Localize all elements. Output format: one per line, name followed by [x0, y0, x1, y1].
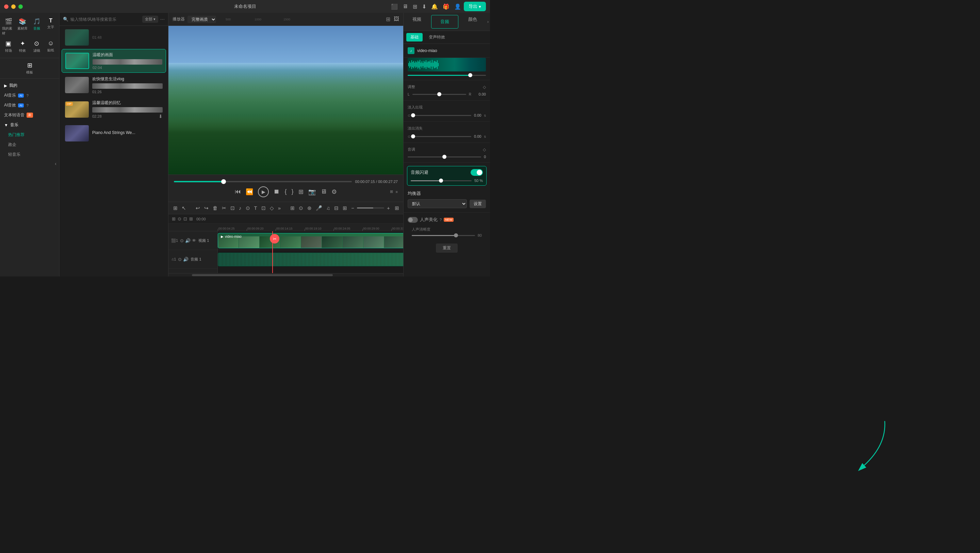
- clarity-slider[interactable]: [412, 235, 475, 236]
- list-item[interactable]: 温暖的画面 02:04: [62, 49, 166, 73]
- brush-tool[interactable]: ◇: [269, 204, 275, 212]
- sidebar-item-template[interactable]: ⊞ 模板: [25, 59, 34, 77]
- voice-question-icon[interactable]: ?: [440, 218, 442, 222]
- subtab-basic[interactable]: 基础: [406, 33, 423, 41]
- merge-track[interactable]: ⊞: [189, 216, 193, 221]
- zoom-slider[interactable]: [357, 207, 384, 208]
- shield-tool[interactable]: ⊛: [306, 204, 313, 212]
- export-button[interactable]: 导出 ▾: [464, 2, 486, 11]
- track-audio-icon[interactable]: 🔊: [185, 238, 191, 243]
- cut-button[interactable]: ✂: [221, 204, 228, 212]
- expand-tool[interactable]: »: [277, 204, 282, 211]
- user-icon[interactable]: 👤: [454, 3, 461, 10]
- tree-ai-sfx[interactable]: AI音效 AI ?: [0, 100, 59, 110]
- minus-zoom[interactable]: −: [350, 204, 356, 211]
- list-item[interactable]: 01:48: [62, 27, 166, 48]
- video-clip[interactable]: ▶ video-miao: [218, 233, 403, 248]
- voice-toggle[interactable]: [408, 217, 418, 223]
- download-icon[interactable]: ⬇: [422, 3, 426, 10]
- screenshot-button[interactable]: 📷: [308, 188, 316, 195]
- sidebar-item-my-assets[interactable]: 🎬 我的素材: [2, 16, 16, 38]
- grid-tool[interactable]: ⊞: [393, 204, 401, 212]
- edit-button[interactable]: ⊞: [298, 188, 304, 195]
- music-button[interactable]: ♪: [237, 204, 243, 211]
- plus-zoom[interactable]: +: [385, 204, 391, 211]
- sidebar-item-asset-lib[interactable]: 📚 素材库: [16, 16, 30, 38]
- rect-tool[interactable]: ⊡: [260, 204, 267, 212]
- search-input[interactable]: [70, 17, 140, 22]
- bell-icon[interactable]: 🔔: [431, 3, 438, 10]
- tree-ai-music[interactable]: AI音乐 AI ?: [0, 91, 59, 100]
- subtab-voice-fx[interactable]: 变声特效: [425, 33, 449, 41]
- layer-tool[interactable]: ⊟: [333, 204, 340, 212]
- tree-hot[interactable]: 热门推荐: [0, 130, 59, 140]
- fadein-slider[interactable]: [413, 115, 471, 116]
- tree-music-header[interactable]: ▼ 音乐: [0, 120, 59, 130]
- more-button[interactable]: ···: [160, 16, 165, 22]
- sidebar-item-filter[interactable]: ⊙ 滤镜: [30, 38, 44, 55]
- sidebar-item-effects[interactable]: ✦ 特效: [16, 38, 30, 55]
- text-tool[interactable]: T: [253, 204, 259, 211]
- crop-button[interactable]: ⊡: [229, 204, 236, 212]
- tab-color[interactable]: 颜色: [460, 13, 486, 30]
- pitch-slider[interactable]: [408, 156, 481, 157]
- sidebar-item-transition[interactable]: ▣ 转场: [2, 38, 16, 55]
- minimize-button[interactable]: [11, 5, 16, 9]
- copy-button[interactable]: ⊙: [244, 204, 251, 212]
- track-eye-icon[interactable]: 👁: [192, 238, 196, 243]
- list-item[interactable]: Piano And Strings We...: [62, 122, 166, 144]
- undo-button[interactable]: ↩: [194, 204, 202, 212]
- volume-handle[interactable]: [468, 73, 472, 77]
- flash-handle[interactable]: [439, 178, 443, 183]
- progress-handle[interactable]: [221, 179, 226, 184]
- sidebar-item-sticker[interactable]: ☺ 贴纸: [44, 38, 58, 55]
- track-link-icon[interactable]: ⊙: [180, 238, 184, 243]
- gift-icon[interactable]: 🎁: [443, 3, 450, 10]
- tab-video[interactable]: 视频: [404, 13, 430, 30]
- flash-slider[interactable]: [411, 180, 472, 181]
- sidebar-item-text[interactable]: T 文字: [44, 16, 58, 38]
- select-tool[interactable]: ↖: [180, 204, 188, 212]
- volume-slider[interactable]: [408, 75, 486, 76]
- delete-button[interactable]: 🗑: [211, 204, 219, 211]
- split-tool[interactable]: ⊞: [172, 204, 179, 212]
- tree-my-header[interactable]: ▶ 我的: [0, 81, 59, 91]
- device-tool[interactable]: ⊞: [341, 204, 348, 212]
- reset-button[interactable]: 重置: [436, 243, 458, 253]
- pip-button[interactable]: 🖥: [321, 188, 327, 195]
- list-item[interactable]: 欢快惬意生活vlog 01:26: [62, 73, 166, 97]
- note-tool[interactable]: ♫: [325, 204, 331, 211]
- tab-audio[interactable]: 音频: [431, 15, 458, 29]
- quality-select[interactable]: 完整画质: [188, 16, 216, 23]
- clip-tool[interactable]: ⊞: [289, 204, 296, 212]
- collapse-panel-icon[interactable]: ‹: [55, 161, 56, 166]
- fadein-handle[interactable]: [411, 113, 415, 118]
- play-button[interactable]: ▶: [258, 186, 269, 197]
- add-video-track[interactable]: ⊞: [172, 216, 176, 221]
- grid-view-icon[interactable]: ⊞: [386, 16, 390, 22]
- mark-out-button[interactable]: }: [292, 188, 294, 195]
- fadeout-slider[interactable]: [413, 136, 471, 137]
- screen-record-icon[interactable]: ⬛: [391, 3, 398, 10]
- filter-button[interactable]: 全部 ▾: [142, 16, 158, 23]
- step-back-button[interactable]: ⏪: [246, 188, 253, 195]
- clarity-handle[interactable]: [454, 233, 458, 237]
- stop-button[interactable]: ⏹: [274, 188, 280, 195]
- sidebar-item-audio[interactable]: 🎵 音频: [30, 16, 44, 38]
- prev-frame-button[interactable]: ⏮: [235, 188, 241, 195]
- fadeout-handle[interactable]: [411, 134, 415, 138]
- chevron-right-icon[interactable]: ›: [487, 19, 488, 24]
- scrollbar-thumb[interactable]: [192, 274, 333, 276]
- mark-in-button[interactable]: {: [285, 188, 286, 195]
- image-icon[interactable]: 🖼: [394, 16, 399, 22]
- close-button[interactable]: [4, 5, 8, 9]
- tree-light[interactable]: 轻音乐: [0, 149, 59, 159]
- more-ctrl-button[interactable]: ⚙: [331, 188, 337, 195]
- maximize-button[interactable]: [18, 5, 23, 9]
- progress-bar[interactable]: [174, 181, 352, 182]
- eq-select[interactable]: 默认: [408, 199, 467, 208]
- download-icon[interactable]: ⬇: [159, 114, 163, 119]
- monitor-icon[interactable]: 🖥: [402, 3, 408, 10]
- link-track[interactable]: ⊙: [178, 216, 181, 221]
- pitch-handle[interactable]: [442, 155, 447, 159]
